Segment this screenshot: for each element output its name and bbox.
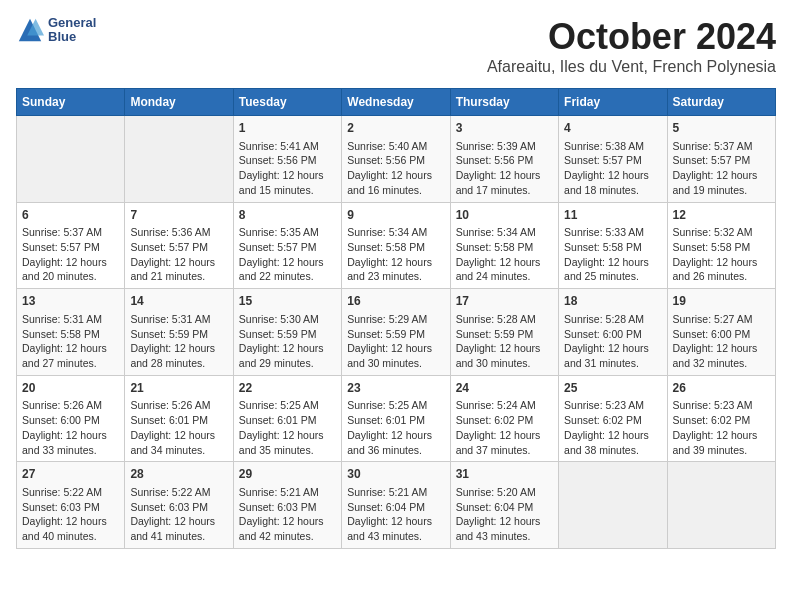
day-info: Sunset: 5:59 PM bbox=[456, 327, 553, 342]
day-info: Sunrise: 5:25 AM bbox=[347, 398, 444, 413]
day-number: 31 bbox=[456, 466, 553, 483]
day-info: Sunrise: 5:37 AM bbox=[22, 225, 119, 240]
month-title: October 2024 bbox=[487, 16, 776, 58]
day-cell bbox=[17, 116, 125, 203]
day-number: 19 bbox=[673, 293, 770, 310]
day-info: Sunset: 6:00 PM bbox=[564, 327, 661, 342]
day-info: Sunset: 5:56 PM bbox=[456, 153, 553, 168]
day-number: 12 bbox=[673, 207, 770, 224]
day-number: 26 bbox=[673, 380, 770, 397]
day-info: Daylight: 12 hours and 25 minutes. bbox=[564, 255, 661, 284]
day-cell: 4Sunrise: 5:38 AMSunset: 5:57 PMDaylight… bbox=[559, 116, 667, 203]
day-number: 16 bbox=[347, 293, 444, 310]
day-number: 22 bbox=[239, 380, 336, 397]
day-info: Sunset: 6:01 PM bbox=[347, 413, 444, 428]
day-cell: 10Sunrise: 5:34 AMSunset: 5:58 PMDayligh… bbox=[450, 202, 558, 289]
day-number: 14 bbox=[130, 293, 227, 310]
day-info: Sunset: 6:04 PM bbox=[347, 500, 444, 515]
day-number: 3 bbox=[456, 120, 553, 137]
day-info: Sunset: 6:00 PM bbox=[673, 327, 770, 342]
header-cell-thursday: Thursday bbox=[450, 89, 558, 116]
day-cell: 5Sunrise: 5:37 AMSunset: 5:57 PMDaylight… bbox=[667, 116, 775, 203]
day-number: 28 bbox=[130, 466, 227, 483]
day-info: Sunrise: 5:35 AM bbox=[239, 225, 336, 240]
day-number: 29 bbox=[239, 466, 336, 483]
day-info: Sunset: 5:56 PM bbox=[239, 153, 336, 168]
header-cell-sunday: Sunday bbox=[17, 89, 125, 116]
day-info: Sunrise: 5:21 AM bbox=[347, 485, 444, 500]
day-info: Daylight: 12 hours and 30 minutes. bbox=[456, 341, 553, 370]
day-cell: 9Sunrise: 5:34 AMSunset: 5:58 PMDaylight… bbox=[342, 202, 450, 289]
day-info: Sunset: 5:58 PM bbox=[456, 240, 553, 255]
day-info: Sunrise: 5:38 AM bbox=[564, 139, 661, 154]
week-row-2: 13Sunrise: 5:31 AMSunset: 5:58 PMDayligh… bbox=[17, 289, 776, 376]
day-number: 11 bbox=[564, 207, 661, 224]
day-number: 9 bbox=[347, 207, 444, 224]
day-info: Sunset: 5:57 PM bbox=[130, 240, 227, 255]
logo-text: General Blue bbox=[48, 16, 96, 45]
day-info: Daylight: 12 hours and 31 minutes. bbox=[564, 341, 661, 370]
day-cell: 12Sunrise: 5:32 AMSunset: 5:58 PMDayligh… bbox=[667, 202, 775, 289]
day-info: Sunrise: 5:23 AM bbox=[673, 398, 770, 413]
day-cell: 8Sunrise: 5:35 AMSunset: 5:57 PMDaylight… bbox=[233, 202, 341, 289]
day-info: Daylight: 12 hours and 17 minutes. bbox=[456, 168, 553, 197]
day-info: Sunrise: 5:26 AM bbox=[130, 398, 227, 413]
day-info: Daylight: 12 hours and 38 minutes. bbox=[564, 428, 661, 457]
day-info: Sunrise: 5:24 AM bbox=[456, 398, 553, 413]
day-info: Sunset: 5:57 PM bbox=[673, 153, 770, 168]
day-info: Sunrise: 5:37 AM bbox=[673, 139, 770, 154]
day-cell: 20Sunrise: 5:26 AMSunset: 6:00 PMDayligh… bbox=[17, 375, 125, 462]
day-cell: 14Sunrise: 5:31 AMSunset: 5:59 PMDayligh… bbox=[125, 289, 233, 376]
day-info: Sunrise: 5:41 AM bbox=[239, 139, 336, 154]
day-number: 21 bbox=[130, 380, 227, 397]
day-info: Sunset: 5:56 PM bbox=[347, 153, 444, 168]
day-info: Sunset: 6:00 PM bbox=[22, 413, 119, 428]
day-number: 4 bbox=[564, 120, 661, 137]
day-info: Sunset: 6:03 PM bbox=[130, 500, 227, 515]
day-info: Daylight: 12 hours and 34 minutes. bbox=[130, 428, 227, 457]
day-info: Daylight: 12 hours and 20 minutes. bbox=[22, 255, 119, 284]
day-cell: 16Sunrise: 5:29 AMSunset: 5:59 PMDayligh… bbox=[342, 289, 450, 376]
day-cell: 30Sunrise: 5:21 AMSunset: 6:04 PMDayligh… bbox=[342, 462, 450, 549]
day-info: Daylight: 12 hours and 23 minutes. bbox=[347, 255, 444, 284]
day-info: Sunset: 6:01 PM bbox=[130, 413, 227, 428]
day-number: 7 bbox=[130, 207, 227, 224]
day-cell bbox=[125, 116, 233, 203]
calendar-header: SundayMondayTuesdayWednesdayThursdayFrid… bbox=[17, 89, 776, 116]
day-cell: 6Sunrise: 5:37 AMSunset: 5:57 PMDaylight… bbox=[17, 202, 125, 289]
header-cell-tuesday: Tuesday bbox=[233, 89, 341, 116]
day-cell: 3Sunrise: 5:39 AMSunset: 5:56 PMDaylight… bbox=[450, 116, 558, 203]
day-number: 15 bbox=[239, 293, 336, 310]
title-block: October 2024 Afareaitu, Iles du Vent, Fr… bbox=[487, 16, 776, 76]
day-info: Daylight: 12 hours and 39 minutes. bbox=[673, 428, 770, 457]
day-cell: 7Sunrise: 5:36 AMSunset: 5:57 PMDaylight… bbox=[125, 202, 233, 289]
day-info: Sunrise: 5:39 AM bbox=[456, 139, 553, 154]
day-info: Daylight: 12 hours and 33 minutes. bbox=[22, 428, 119, 457]
day-info: Sunrise: 5:33 AM bbox=[564, 225, 661, 240]
day-info: Daylight: 12 hours and 43 minutes. bbox=[347, 514, 444, 543]
day-info: Sunset: 6:04 PM bbox=[456, 500, 553, 515]
day-info: Sunrise: 5:23 AM bbox=[564, 398, 661, 413]
day-cell: 13Sunrise: 5:31 AMSunset: 5:58 PMDayligh… bbox=[17, 289, 125, 376]
day-number: 8 bbox=[239, 207, 336, 224]
day-info: Sunset: 6:03 PM bbox=[239, 500, 336, 515]
day-cell: 11Sunrise: 5:33 AMSunset: 5:58 PMDayligh… bbox=[559, 202, 667, 289]
day-cell: 21Sunrise: 5:26 AMSunset: 6:01 PMDayligh… bbox=[125, 375, 233, 462]
week-row-3: 20Sunrise: 5:26 AMSunset: 6:00 PMDayligh… bbox=[17, 375, 776, 462]
day-info: Sunrise: 5:25 AM bbox=[239, 398, 336, 413]
day-info: Sunset: 5:58 PM bbox=[564, 240, 661, 255]
day-info: Daylight: 12 hours and 26 minutes. bbox=[673, 255, 770, 284]
day-number: 27 bbox=[22, 466, 119, 483]
calendar-body: 1Sunrise: 5:41 AMSunset: 5:56 PMDaylight… bbox=[17, 116, 776, 549]
day-info: Sunrise: 5:27 AM bbox=[673, 312, 770, 327]
day-info: Daylight: 12 hours and 15 minutes. bbox=[239, 168, 336, 197]
day-cell: 23Sunrise: 5:25 AMSunset: 6:01 PMDayligh… bbox=[342, 375, 450, 462]
day-info: Daylight: 12 hours and 36 minutes. bbox=[347, 428, 444, 457]
day-info: Sunset: 6:01 PM bbox=[239, 413, 336, 428]
day-number: 5 bbox=[673, 120, 770, 137]
day-cell: 15Sunrise: 5:30 AMSunset: 5:59 PMDayligh… bbox=[233, 289, 341, 376]
day-info: Sunrise: 5:31 AM bbox=[130, 312, 227, 327]
page-header: General Blue October 2024 Afareaitu, Ile… bbox=[16, 16, 776, 76]
day-info: Sunrise: 5:34 AM bbox=[347, 225, 444, 240]
day-info: Sunrise: 5:22 AM bbox=[130, 485, 227, 500]
